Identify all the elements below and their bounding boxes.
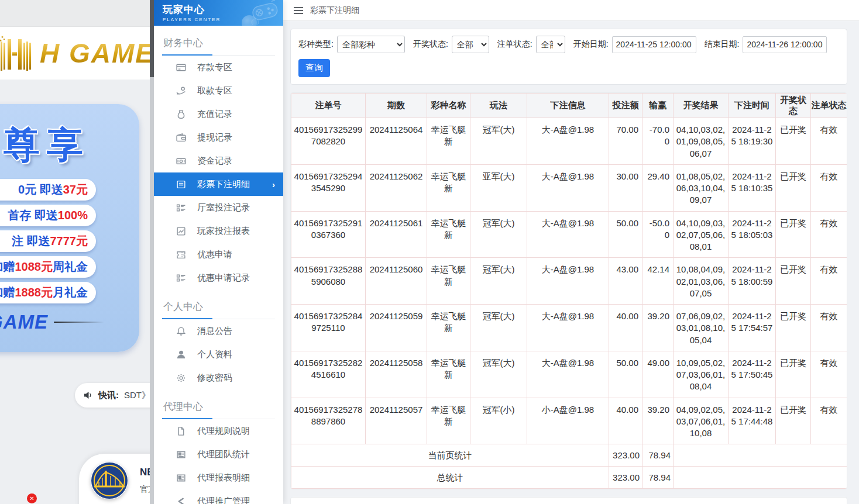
sidebar-item-修改密码[interactable]: 修改密码› [154,366,283,389]
wallet-icon [176,133,186,143]
sidebar-item-代理推广管理[interactable]: 代理推广管理› [154,489,283,504]
table-row: 40156917325278889786020241125057幸运飞艇新冠军(… [291,398,847,444]
cell-bet-id: 401569173252885906080 [291,258,366,305]
sidebar-item-代理规则说明[interactable]: 代理规则说明› [154,419,283,443]
cell-bet-status: 有效 [811,211,847,258]
sidebar-item-label: 代理团队统计 [197,449,250,460]
speaker-icon [83,391,93,400]
col-header-lottery-name: 彩种名称 [427,94,470,118]
sidebar-item-提现记录[interactable]: 提现记录› [154,126,283,149]
sidebar-item-存款专区[interactable]: 存款专区› [154,56,283,79]
cell-bet-info: 大-A盘@1.98 [527,164,609,211]
deposit-card-icon [176,63,186,73]
sidebar-item-代理报表明细[interactable]: 代理报表明细› [154,466,283,489]
cell-bet-status: 有效 [811,351,847,398]
draw-status-label: 开奖状态: [413,39,448,50]
sidebar-item-厅室投注记录[interactable]: 厅室投注记录› [154,196,283,219]
cell-draw-result: 01,08,05,02,06,03,10,04,09,07 [674,164,729,211]
site-logo: H GAME [0,34,154,72]
page-scrollbar[interactable] [150,0,154,504]
total-summary-row: 总统计 323.00 78.94 [291,467,847,489]
sidebar-item-label: 资金记录 [197,156,232,167]
promo-banner: 尊享 0元 即送37元首存 即送100%注 即送7777元加赠1088元周礼金加… [0,104,139,352]
summary-label: 总统计 [291,467,609,489]
news-icon [176,450,186,460]
sidebar-item-玩家投注报表[interactable]: 玩家投注报表› [154,219,283,243]
sidebar-item-取款专区[interactable]: 取款专区› [154,79,283,102]
cell-bet-id: 401569173252943545290 [291,164,366,211]
sidebar-item-label: 代理规则说明 [197,426,250,437]
warriors-logo [91,462,128,499]
cell-lottery-name: 幸运飞艇新 [427,305,470,351]
sidebar-item-充值记录[interactable]: 充值记录› [154,102,283,126]
cell-draw-status: 已开奖 [776,118,811,165]
withdraw-hand-icon [176,86,186,96]
sidebar-item-label: 消息公告 [197,326,232,337]
draw-status-select[interactable]: 全部 [452,36,489,53]
nba-promo-card[interactable]: NBA 官方 [79,454,154,504]
cell-bet-id: 401569173252788897860 [291,398,366,444]
cell-bet-time: 2024-11-25 17:44:48 [729,398,776,444]
sidebar-item-label: 代理报表明细 [197,472,250,484]
cell-bet-amount: 40.00 [609,398,642,444]
cell-play: 冠军(大) [470,305,527,351]
cell-lottery-name: 幸运飞艇新 [427,351,470,398]
sidebar-item-消息公告[interactable]: 消息公告› [154,319,283,343]
report-chart-icon [176,226,186,236]
close-icon[interactable]: ✕ [27,493,37,503]
start-date-label: 开始日期: [573,39,609,50]
start-date-input[interactable] [612,36,696,53]
moneybag-icon [176,109,186,119]
search-button[interactable]: 查询 [298,59,330,77]
scrollbar-thumb[interactable] [150,0,154,77]
sidebar-item-个人资料[interactable]: 个人资料› [154,343,283,366]
cell-bet-status: 有效 [811,118,847,165]
main-topbar: 彩票下注明细 [283,0,859,21]
cell-bet-id: 401569173252849725110 [291,305,366,351]
cell-play: 冠军(大) [470,211,527,258]
funds-icon [176,156,186,166]
cell-bet-info: 大-A盘@1.98 [527,118,609,165]
cell-play: 冠军(小) [470,398,527,444]
cell-lottery-name: 幸运飞艇新 [427,258,470,305]
sidebar-item-label: 厅室投注记录 [197,202,250,213]
sidebar-item-优惠申请记录[interactable]: 优惠申请记录› [154,266,283,289]
sidebar-item-彩票下注明细[interactable]: 彩票下注明细› [154,172,283,196]
cell-bet-amount: 50.00 [609,211,642,258]
cell-win-loss: -50.00 [642,211,674,258]
col-header-play: 玩法 [470,94,527,118]
summary-bet-amount: 323.00 [609,467,642,489]
sidebar-item-代理团队统计[interactable]: 代理团队统计› [154,443,283,466]
promo-headline: 尊享 [4,120,90,170]
cell-bet-amount: 30.00 [609,164,642,211]
sidebar-item-优惠申请[interactable]: 优惠申请› [154,243,283,266]
end-date-input[interactable] [743,36,827,53]
sidebar-header: 玩家中心 PLAYERS CENTER [154,0,283,26]
col-header-bet-time: 下注时间 [729,94,776,118]
sidebar-item-label: 个人资料 [197,349,232,360]
table-row: 40156917325291036736020241125061幸运飞艇新冠军(… [291,211,847,258]
lottery-type-select[interactable]: 全部彩种 [337,36,405,53]
cell-lottery-name: 幸运飞艇新 [427,118,470,165]
cell-bet-id: 401569173252997082820 [291,118,366,165]
cell-period: 20241125059 [366,305,427,351]
current-page-summary-row: 当前页统计 323.00 78.94 [291,444,847,467]
gear-icon [176,373,186,383]
promo-pill-list: 0元 即送37元首存 即送100%注 即送7777元加赠1088元周礼金加赠18… [0,179,96,303]
cell-draw-status: 已开奖 [776,258,811,305]
cell-period: 20241125061 [366,211,427,258]
chevron-right-icon: › [272,179,275,189]
menu-hamburger-icon[interactable] [294,7,303,14]
cell-play: 亚军(大) [470,164,527,211]
cell-lottery-name: 幸运飞艇新 [427,398,470,444]
cell-bet-time: 2024-11-25 17:54:57 [729,305,776,351]
gold-logo-mark-icon [0,34,40,72]
col-header-bet-status: 注单状态 [811,94,847,118]
promo-footer-logo: H GAME [0,311,119,333]
table-row: 40156917325299708282020241125064幸运飞艇新冠军(… [291,118,847,165]
sidebar-item-label: 存款专区 [197,62,232,73]
sidebar-item-资金记录[interactable]: 资金记录› [154,149,283,172]
sidebar-item-label: 修改密码 [197,372,232,384]
bet-status-select[interactable]: 全部 [536,36,565,53]
sidebar-section-title: 个人中心 [162,298,275,319]
